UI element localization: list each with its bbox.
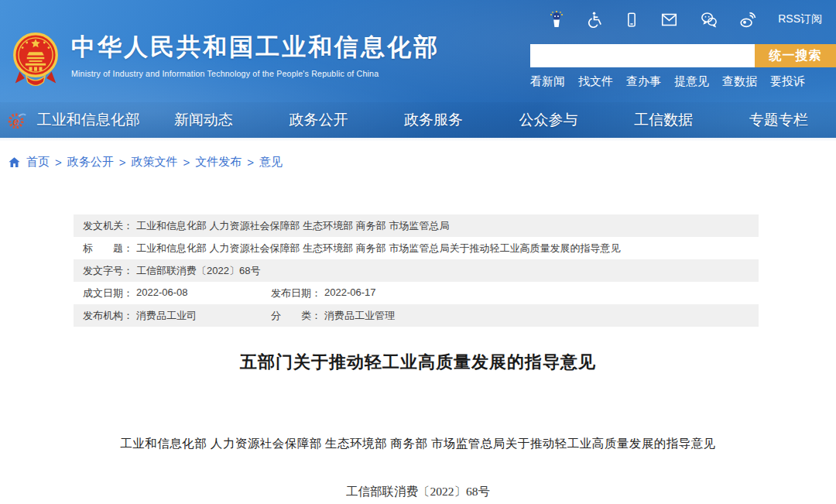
document-metadata-table: 发文机关： 工业和信息化部 人力资源社会保障部 生态环境部 商务部 市场监管总局… (74, 214, 759, 327)
meta-value: 2022-06-08 (136, 286, 188, 300)
meta-row-doc-number: 发文字号： 工信部联消费〔2022〕68号 (74, 259, 759, 282)
breadcrumb-home[interactable]: 首页 (26, 155, 50, 170)
quick-links-row: 看新闻 找文件 查办事 提意见 查数据 要投诉 (530, 74, 836, 89)
nav-item-gov-services[interactable]: 政务服务 (376, 110, 492, 130)
quick-link-services[interactable]: 查办事 (626, 74, 661, 89)
home-icon[interactable] (8, 156, 21, 169)
breadcrumb-file-release[interactable]: 文件发布 (195, 155, 242, 170)
rss-subscribe-link[interactable]: RSS订阅 (778, 12, 822, 26)
nav-item-gov-affairs[interactable]: 政务公开 (261, 110, 376, 130)
mail-icon[interactable] (660, 12, 679, 28)
svg-text:e: e (13, 115, 19, 127)
meta-label: 分 类： (271, 309, 321, 323)
national-emblem-icon (11, 31, 60, 94)
site-title: 中华人民共和国工业和信息化部 (71, 31, 440, 63)
document-number: 工信部联消费〔2022〕68号 (0, 484, 836, 500)
nav-item-miit-data[interactable]: 工信数据 (606, 110, 721, 130)
meta-value: 工信部联消费〔2022〕68号 (136, 264, 260, 278)
breadcrumb: 首页 > 政务公开 > 政策文件 > 文件发布 > 意见 (0, 141, 836, 177)
document-title: 五部门关于推动轻工业高质量发展的指导意见 (0, 351, 836, 374)
meta-row-dates: 成文日期： 2022-06-08 发布日期： 2022-06-17 (74, 282, 759, 304)
unified-search-button[interactable]: 统一搜索 (755, 44, 836, 67)
meta-label: 标 题： (83, 242, 133, 255)
meta-label: 发布日期： (271, 286, 321, 300)
breadcrumb-separator: > (247, 156, 254, 169)
robot-mascot-icon[interactable] (547, 10, 566, 29)
weibo-icon[interactable] (738, 11, 758, 29)
meta-value: 2022-06-17 (324, 286, 376, 300)
quick-link-files[interactable]: 找文件 (578, 74, 613, 89)
search-row: 统一搜索 (530, 44, 836, 67)
site-brand[interactable]: 中华人民共和国工业和信息化部 Ministry of Industry and … (11, 31, 440, 94)
breadcrumb-policy-files[interactable]: 政策文件 (132, 155, 178, 170)
breadcrumb-separator: > (55, 156, 62, 169)
nav-item-news[interactable]: 新闻动态 (146, 110, 262, 130)
nav-item-ministry[interactable]: 工业和信息化部 (31, 110, 146, 130)
meta-label: 发文字号： (83, 264, 133, 278)
mobile-icon[interactable] (624, 11, 639, 29)
meta-row-issuing-agency: 发文机关： 工业和信息化部 人力资源社会保障部 生态环境部 商务部 市场监管总局 (74, 214, 759, 237)
meta-pair-publisher: 发布机构： 消费品工业司 (83, 309, 271, 323)
nav-item-participation[interactable]: 公众参与 (491, 110, 606, 130)
accessibility-icon[interactable] (586, 11, 604, 29)
meta-pair-category: 分 类： 消费品工业管理 (271, 309, 395, 323)
breadcrumb-separator: > (119, 156, 126, 169)
nav-items: 工业和信息化部 新闻动态 政务公开 政务服务 公众参与 工信数据 专题专栏 (31, 110, 836, 130)
breadcrumb-separator: > (183, 156, 190, 169)
search-area: 统一搜索 看新闻 找文件 查办事 提意见 查数据 要投诉 (530, 44, 836, 89)
wechat-icon[interactable] (699, 11, 718, 29)
meta-pair-publish-date: 发布日期： 2022-06-17 (271, 286, 376, 300)
quick-link-complaint[interactable]: 要投诉 (770, 74, 805, 89)
meta-row-title: 标 题： 工业和信息化部 人力资源社会保障部 生态环境部 商务部 市场监管总局关… (74, 237, 759, 259)
breadcrumb-gov-affairs[interactable]: 政务公开 (67, 155, 114, 170)
site-header: RSS订阅 中华人民共和国工业和信息化部 (0, 0, 836, 138)
quick-link-news[interactable]: 看新闻 (530, 74, 565, 89)
nav-item-special-topics[interactable]: 专题专栏 (721, 110, 836, 130)
quick-link-feedback[interactable]: 提意见 (674, 74, 709, 89)
breadcrumb-opinions[interactable]: 意见 (259, 155, 283, 170)
meta-value: 消费品工业管理 (324, 309, 395, 323)
main-nav: e 工业和信息化部 新闻动态 政务公开 政务服务 公众参与 工信数据 专题专栏 (0, 102, 836, 138)
document-subtitle: 工业和信息化部 人力资源社会保障部 生态环境部 商务部 市场监管总局关于推动轻工… (0, 436, 836, 452)
topbar-icon-row: RSS订阅 (547, 10, 822, 29)
meta-row-publisher: 发布机构： 消费品工业司 分 类： 消费品工业管理 (74, 304, 759, 327)
meta-label: 发文机关： (83, 219, 133, 233)
gear-e-logo-icon[interactable]: e (6, 110, 31, 131)
meta-label: 发布机构： (83, 309, 133, 323)
site-subtitle-en: Ministry of Industry and Information Tec… (71, 69, 440, 78)
search-input[interactable] (530, 44, 755, 67)
brand-text: 中华人民共和国工业和信息化部 Ministry of Industry and … (71, 31, 440, 78)
meta-value: 工业和信息化部 人力资源社会保障部 生态环境部 商务部 市场监管总局 (136, 219, 449, 233)
quick-link-data[interactable]: 查数据 (722, 74, 757, 89)
meta-pair-written-date: 成文日期： 2022-06-08 (83, 286, 271, 300)
meta-value: 工业和信息化部 人力资源社会保障部 生态环境部 商务部 市场监管总局关于推动轻工… (136, 242, 620, 255)
meta-label: 成文日期： (83, 286, 133, 300)
meta-value: 消费品工业司 (136, 309, 197, 323)
